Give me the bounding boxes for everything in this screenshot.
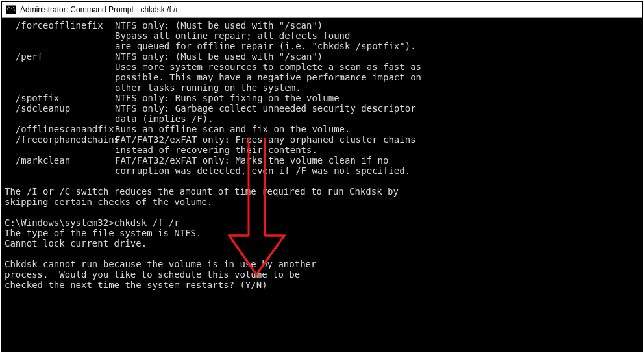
- output-line: Cannot lock current drive.: [5, 238, 638, 249]
- help-line: corruption was detected, even if /F was …: [5, 165, 638, 176]
- option-description: NTFS only: Runs spot fixing on the volum…: [115, 93, 638, 103]
- output-line: [5, 176, 638, 186]
- option-flag: /perf: [5, 51, 115, 62]
- help-line: /freeorphanedchainsFAT/FAT32/exFAT only:…: [5, 134, 638, 145]
- help-line: /offlinescanandfixRuns an offline scan a…: [5, 124, 638, 134]
- help-line: data (implies /F).: [5, 114, 638, 124]
- help-line: /perfNTFS only: (Must be used with "/sca…: [5, 51, 638, 62]
- option-description: FAT/FAT32/exFAT only: Marks the volume c…: [115, 155, 638, 165]
- command-prompt-window: Administrator: Command Prompt - chkdsk /…: [1, 1, 643, 352]
- titlebar[interactable]: Administrator: Command Prompt - chkdsk /…: [2, 2, 642, 18]
- cmd-icon: [6, 5, 16, 14]
- output-line: The type of the file system is NTFS.: [5, 228, 638, 238]
- option-flag: /forceofflinefix: [5, 20, 115, 30]
- help-line: other tasks running on the system.: [5, 82, 638, 93]
- option-description: corruption was detected, even if /F was …: [115, 165, 638, 176]
- window-title: Administrator: Command Prompt - chkdsk /…: [20, 5, 178, 14]
- help-line: are queued for offline repair (i.e. "chk…: [5, 41, 638, 51]
- help-line: instead of recovering their contents.: [5, 145, 638, 155]
- output-line: The /I or /C switch reduces the amount o…: [5, 186, 638, 197]
- option-flag: /sdcleanup: [5, 103, 115, 114]
- output-line: [5, 207, 638, 217]
- help-line: possible. This may have a negative perfo…: [5, 72, 638, 82]
- option-description: Uses more system resources to complete a…: [115, 62, 638, 72]
- help-line: /spotfixNTFS only: Runs spot fixing on t…: [5, 93, 638, 103]
- help-line: /sdcleanupNTFS only: Garbage collect unn…: [5, 103, 638, 114]
- help-line: Bypass all online repair; all defects fo…: [5, 30, 638, 41]
- option-flag: /markclean: [5, 155, 115, 165]
- terminal-output[interactable]: /forceofflinefixNTFS only: (Must be used…: [2, 18, 642, 351]
- option-description: other tasks running on the system.: [115, 82, 638, 93]
- option-description: data (implies /F).: [115, 114, 638, 124]
- option-description: NTFS only: Garbage collect unneeded secu…: [115, 103, 638, 114]
- option-flag: /freeorphanedchains: [5, 134, 115, 145]
- help-line: /forceofflinefixNTFS only: (Must be used…: [5, 20, 638, 30]
- option-flag: /offlinescanandfix: [5, 124, 115, 134]
- option-description: Runs an offline scan and fix on the volu…: [115, 124, 638, 134]
- help-line: /markcleanFAT/FAT32/exFAT only: Marks th…: [5, 155, 638, 165]
- help-line: Uses more system resources to complete a…: [5, 62, 638, 72]
- output-line: skipping certain checks of the volume.: [5, 197, 638, 207]
- option-flag: /spotfix: [5, 93, 115, 103]
- output-line: checked the next time the system restart…: [5, 280, 638, 290]
- output-line: process. Would you like to schedule this…: [5, 269, 638, 280]
- output-line: Chkdsk cannot run because the volume is …: [5, 259, 638, 269]
- option-description: NTFS only: (Must be used with "/scan"): [115, 51, 638, 62]
- option-description: possible. This may have a negative perfo…: [115, 72, 638, 82]
- option-description: NTFS only: (Must be used with "/scan"): [115, 20, 638, 30]
- option-description: instead of recovering their contents.: [115, 145, 638, 155]
- output-line: [5, 249, 638, 259]
- output-line: C:\Windows\system32>chkdsk /f /r: [5, 217, 638, 228]
- option-description: FAT/FAT32/exFAT only: Frees any orphaned…: [115, 134, 638, 145]
- option-description: Bypass all online repair; all defects fo…: [115, 30, 638, 41]
- option-description: are queued for offline repair (i.e. "chk…: [115, 41, 638, 51]
